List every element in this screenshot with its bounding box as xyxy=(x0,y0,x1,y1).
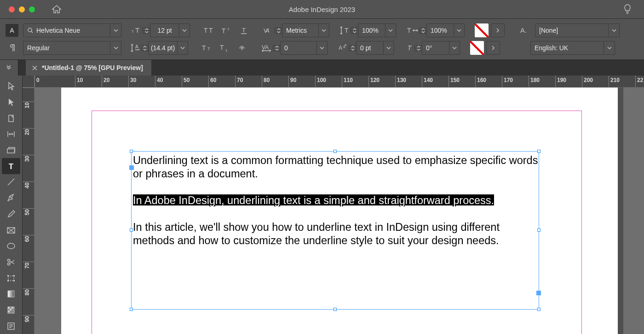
language-combo[interactable]: English: UK xyxy=(530,41,615,55)
underline-button[interactable]: T xyxy=(238,23,250,37)
content-collector-tool[interactable] xyxy=(2,142,20,158)
svg-text:A.: A. xyxy=(520,26,527,34)
skew-icon: T xyxy=(404,44,414,52)
stroke-forward-button[interactable] xyxy=(486,41,500,55)
svg-text:T: T xyxy=(220,44,224,51)
svg-text:T: T xyxy=(9,162,14,170)
frame-handle-tl[interactable] xyxy=(130,150,133,153)
tracking-stepper[interactable] xyxy=(273,45,280,51)
frame-handle-tr[interactable] xyxy=(537,150,540,153)
character-formatting-mode-button[interactable]: A xyxy=(6,24,18,37)
scissors-tool[interactable] xyxy=(2,254,20,270)
small-caps-button[interactable]: TT xyxy=(201,41,213,55)
note-tool[interactable] xyxy=(2,318,20,334)
font-style-combo[interactable]: Regular xyxy=(23,41,121,55)
paragraph-2-selection[interactable]: In Adobe InDesign, underlining text is a… xyxy=(133,194,494,206)
frame-handle-ml[interactable] xyxy=(130,229,133,232)
frame-handle-mr[interactable] xyxy=(537,229,540,232)
strikethrough-button[interactable]: T xyxy=(236,41,248,55)
svg-text:T: T xyxy=(222,27,226,35)
leading-value: (14.4 pt) xyxy=(151,44,175,52)
skew-value: 0° xyxy=(426,44,432,52)
text-frame[interactable]: Underlining text is a common formatting … xyxy=(131,151,539,310)
hscale-value: 100% xyxy=(431,27,447,34)
subscript-button[interactable]: T1 xyxy=(218,41,230,55)
vscale-stepper[interactable] xyxy=(351,28,358,34)
font-size-stepper[interactable] xyxy=(143,28,150,34)
kerning-stepper[interactable] xyxy=(275,28,282,34)
workspace: T 0 10 20 30 40 50 60 70 80 90 100 110 1… xyxy=(0,76,644,334)
gradient-swatch-tool[interactable] xyxy=(2,286,20,302)
control-panel: A Helvetica Neue TT 12 pt TT T1 T VA Me xyxy=(0,18,644,60)
paragraph-3[interactable]: In this article, we'll show you how to u… xyxy=(133,221,539,247)
tracking-value: 0 xyxy=(284,44,288,52)
svg-text:A: A xyxy=(339,45,342,51)
tracking-icon: VA xyxy=(261,43,273,53)
type-tool[interactable]: T xyxy=(2,158,20,174)
frame-handle-br[interactable] xyxy=(537,308,540,311)
paragraph-formatting-mode-button[interactable] xyxy=(6,41,18,54)
paragraph-1[interactable]: Underlining text is a common formatting … xyxy=(133,154,539,181)
direct-selection-tool[interactable] xyxy=(2,94,20,111)
kerning-dropdown[interactable] xyxy=(318,23,329,37)
svg-text:T: T xyxy=(204,27,208,34)
selection-tool[interactable] xyxy=(2,78,20,94)
ellipse-tool[interactable] xyxy=(2,238,20,254)
hint-bulb-icon[interactable] xyxy=(623,4,632,15)
svg-rect-38 xyxy=(7,280,9,281)
character-style-combo[interactable]: [None] xyxy=(535,23,620,37)
gradient-feather-tool[interactable] xyxy=(2,302,20,318)
skew-stepper[interactable] xyxy=(414,45,422,51)
vscale-dropdown[interactable] xyxy=(385,23,396,37)
free-transform-tool[interactable] xyxy=(2,270,20,286)
page-tool[interactable] xyxy=(2,110,20,126)
svg-rect-27 xyxy=(9,115,13,122)
vertical-scale-icon: T xyxy=(339,25,351,35)
pencil-tool[interactable] xyxy=(2,206,20,223)
line-tool[interactable] xyxy=(2,174,20,190)
vertical-ruler[interactable]: 10 20 30 40 50 60 70 80 90 xyxy=(23,88,34,334)
fill-forward-button[interactable] xyxy=(491,23,505,37)
font-size-dropdown[interactable] xyxy=(179,23,190,37)
font-family-combo[interactable]: Helvetica Neue xyxy=(23,23,121,37)
document-canvas[interactable]: 0 10 20 30 40 50 60 70 80 90 100 110 120… xyxy=(23,76,644,334)
fill-swatch[interactable] xyxy=(475,23,489,37)
hscale-dropdown[interactable] xyxy=(454,23,465,37)
svg-text:T: T xyxy=(135,26,139,34)
text-outport[interactable] xyxy=(536,291,541,295)
rectangle-frame-tool[interactable] xyxy=(2,222,20,238)
pen-tool[interactable] xyxy=(2,190,20,206)
frame-handle-bl[interactable] xyxy=(130,308,133,311)
svg-line-30 xyxy=(8,179,14,185)
horizontal-scale-icon: T xyxy=(406,26,419,35)
tracking-dropdown[interactable] xyxy=(316,41,328,55)
svg-text:T: T xyxy=(207,47,210,51)
ruler-origin[interactable] xyxy=(23,76,34,88)
document-tab[interactable]: *Untitled-1 @ 75% [GPU Preview] xyxy=(26,60,151,76)
expand-panels-button[interactable] xyxy=(0,60,18,76)
font-family-value: Helvetica Neue xyxy=(36,27,80,34)
horizontal-ruler[interactable]: 0 10 20 30 40 50 60 70 80 90 100 110 120… xyxy=(34,76,644,88)
tools-panel: T xyxy=(0,76,23,334)
frame-handle-bm[interactable] xyxy=(334,308,337,311)
frame-handle-tm[interactable] xyxy=(334,150,337,153)
font-family-dropdown-button[interactable] xyxy=(110,23,121,37)
all-caps-button[interactable]: TT xyxy=(203,23,215,37)
svg-text:A: A xyxy=(10,27,14,34)
leading-dropdown[interactable] xyxy=(177,41,188,55)
text-inport[interactable] xyxy=(129,165,134,170)
baseline-stepper[interactable] xyxy=(349,45,356,51)
baseline-dropdown[interactable] xyxy=(383,41,394,55)
gap-tool[interactable] xyxy=(2,126,20,142)
baseline-value: 0 pt xyxy=(360,44,371,52)
kerning-value: Metrics xyxy=(286,27,307,34)
font-style-value: Regular xyxy=(27,44,50,52)
skew-dropdown[interactable] xyxy=(449,41,460,55)
hscale-stepper[interactable] xyxy=(419,28,426,34)
stroke-swatch[interactable] xyxy=(470,41,484,55)
vscale-value: 100% xyxy=(362,27,379,34)
font-size-value: 12 pt xyxy=(157,27,172,34)
leading-stepper[interactable] xyxy=(141,45,148,51)
close-tab-icon[interactable] xyxy=(32,65,37,70)
superscript-button[interactable]: T1 xyxy=(220,23,232,37)
